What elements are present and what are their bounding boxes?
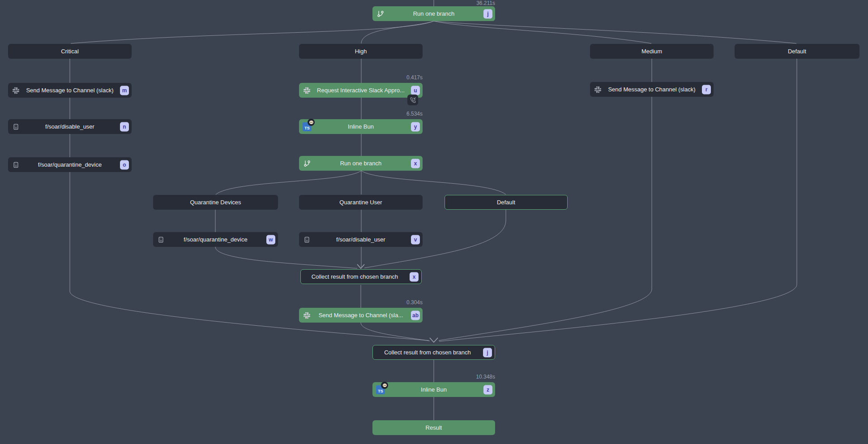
node-id-badge: o bbox=[120, 160, 129, 169]
branch-label: Medium bbox=[641, 48, 662, 55]
node-inline-bun-final[interactable]: TS Inline Bun z bbox=[372, 382, 495, 397]
duration-label: 36.211s bbox=[476, 0, 495, 6]
node-id-badge: m bbox=[120, 86, 129, 95]
node-request-slack-approval[interactable]: Request Interactive Slack Appro... u bbox=[299, 83, 423, 98]
node-id-badge: z bbox=[483, 385, 492, 394]
flow-edges bbox=[0, 0, 868, 444]
node-label: Run one branch bbox=[413, 10, 455, 17]
node-collect-result-inner[interactable]: Collect result from chosen branch x bbox=[300, 269, 422, 284]
node-script-disable-user-sub[interactable]: f/soar/disable_user v bbox=[299, 232, 423, 247]
node-collect-result-outer[interactable]: Collect result from chosen branch j bbox=[372, 345, 495, 360]
node-id-badge: v bbox=[411, 235, 420, 244]
node-label: Run one branch bbox=[340, 160, 382, 167]
node-id-badge: ab bbox=[411, 310, 420, 320]
git-branch-icon bbox=[304, 160, 311, 167]
node-inline-bun-high[interactable]: TS Inline Bun y bbox=[299, 119, 423, 134]
branch-label: High bbox=[355, 48, 367, 55]
script-icon bbox=[158, 236, 164, 243]
script-icon bbox=[13, 123, 19, 130]
node-label: Result bbox=[426, 424, 442, 431]
script-icon bbox=[13, 161, 19, 168]
git-branch-icon bbox=[377, 10, 384, 17]
node-label: Inline Bun bbox=[348, 123, 374, 130]
node-label: f/soar/quarantine_device bbox=[38, 161, 102, 168]
node-id-badge: x bbox=[411, 159, 420, 168]
node-script-quarantine-device-critical[interactable]: f/soar/quarantine_device o bbox=[8, 157, 132, 172]
node-send-message-medium[interactable]: Send Message to Channel (slack) r bbox=[590, 82, 714, 97]
node-label: Send Message to Channel (sla... bbox=[319, 312, 403, 319]
script-icon bbox=[304, 236, 310, 243]
branch-header-critical[interactable]: Critical bbox=[8, 44, 132, 59]
node-label: f/soar/disable_user bbox=[336, 236, 385, 243]
flow-canvas: 36.211s 0.417s 6.534s 0.304s 10.348s Run… bbox=[0, 0, 868, 444]
branch-label: Critical bbox=[61, 48, 79, 55]
node-id-badge: w bbox=[266, 235, 275, 244]
node-id-badge: j bbox=[483, 348, 492, 357]
node-result[interactable]: Result bbox=[372, 420, 495, 435]
node-id-badge: u bbox=[411, 86, 420, 95]
branch-label: Quarantine Devices bbox=[190, 199, 241, 206]
node-script-quarantine-device-sub[interactable]: f/soar/quarantine_device w bbox=[153, 232, 278, 247]
node-label: Request Interactive Slack Appro... bbox=[317, 87, 405, 94]
typescript-bun-icon: TS bbox=[376, 385, 385, 394]
node-send-message-after-collect[interactable]: Send Message to Channel (sla... ab bbox=[299, 308, 423, 323]
duration-label: 0.417s bbox=[406, 74, 423, 81]
node-run-one-branch-inner[interactable]: Run one branch x bbox=[299, 156, 423, 171]
node-id-badge: n bbox=[120, 122, 129, 131]
node-label: Collect result from chosen branch bbox=[312, 273, 398, 280]
node-id-badge: r bbox=[702, 85, 711, 94]
node-label: Collect result from chosen branch bbox=[384, 349, 471, 356]
node-send-message-critical[interactable]: Send Message to Channel (slack) m bbox=[8, 83, 132, 98]
branch-header-quarantine-user[interactable]: Quarantine User bbox=[299, 195, 423, 210]
branch-label: Default bbox=[497, 199, 515, 206]
node-id-badge: x bbox=[410, 272, 419, 281]
node-label: Inline Bun bbox=[421, 386, 447, 393]
suspend-approval-indicator[interactable] bbox=[407, 95, 418, 105]
node-label: f/soar/quarantine_device bbox=[184, 236, 247, 243]
duration-label: 0.304s bbox=[406, 299, 423, 306]
branch-header-default[interactable]: Default bbox=[735, 44, 859, 59]
duration-label: 10.348s bbox=[476, 374, 495, 380]
slack-icon bbox=[304, 87, 310, 94]
branch-header-medium[interactable]: Medium bbox=[590, 44, 714, 59]
duration-label: 6.534s bbox=[406, 111, 423, 117]
slack-icon bbox=[594, 86, 601, 93]
node-run-one-branch-top[interactable]: Run one branch j bbox=[372, 6, 495, 21]
slack-icon bbox=[304, 312, 310, 319]
branch-label: Quarantine User bbox=[339, 199, 382, 206]
node-label: Send Message to Channel (slack) bbox=[26, 87, 113, 94]
node-id-badge: y bbox=[411, 122, 420, 131]
branch-header-high[interactable]: High bbox=[299, 44, 423, 59]
node-id-badge: j bbox=[483, 9, 492, 18]
branch-label: Default bbox=[788, 48, 806, 55]
phone-incoming-icon bbox=[410, 97, 416, 103]
slack-icon bbox=[13, 87, 19, 94]
node-label: Send Message to Channel (slack) bbox=[608, 86, 695, 93]
typescript-bun-icon: TS bbox=[303, 122, 312, 131]
branch-header-default-sub[interactable]: Default bbox=[445, 195, 568, 210]
node-label: f/soar/disable_user bbox=[45, 123, 94, 130]
node-script-disable-user-critical[interactable]: f/soar/disable_user n bbox=[8, 119, 132, 134]
branch-header-quarantine-devices[interactable]: Quarantine Devices bbox=[153, 195, 278, 210]
